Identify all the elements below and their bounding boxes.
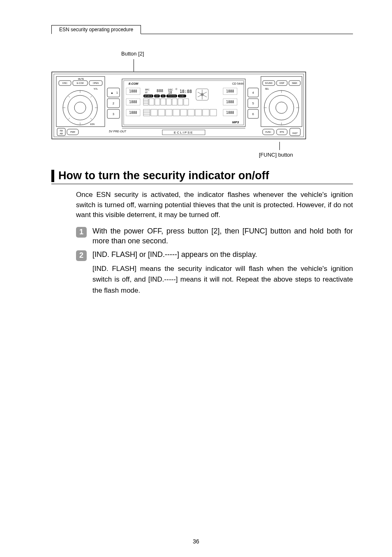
svg-line-14	[90, 118, 92, 120]
section-title: How to turn the security indicator on/of…	[58, 169, 269, 182]
label-eq: EQ	[162, 95, 164, 97]
step-2-text: [IND. FLASH] or [IND.-----] appears on t…	[92, 250, 353, 259]
svg-rect-57	[188, 109, 194, 116]
svg-rect-58	[195, 109, 202, 116]
step-1-text: With the power OFF, press button [2], th…	[92, 226, 353, 246]
callout-line-bottom	[279, 142, 280, 150]
spectrum-row3	[143, 109, 217, 116]
label-advance: ADVANCE	[144, 95, 152, 97]
label-rtn: RTN	[280, 131, 284, 133]
label-disp: DISP	[279, 82, 284, 84]
eject-icon: ▲	[111, 91, 113, 94]
header-tab: ESN security operating procedure	[51, 25, 141, 34]
label-am: AM	[60, 132, 63, 135]
label-preset-6: 6	[252, 113, 254, 116]
svg-rect-55	[173, 109, 180, 116]
svg-point-71	[264, 90, 299, 125]
spectrum-row2	[143, 99, 189, 105]
label-src: SRC	[145, 88, 150, 91]
step-number-badge: 2	[76, 250, 87, 261]
label-ecom-logo: E-COM	[129, 82, 138, 85]
seg-row3-right: 1888	[226, 111, 234, 115]
step-2: 2 [IND. FLASH] or [IND.-----] appears on…	[76, 250, 353, 296]
label-fm: FM	[60, 129, 62, 132]
svg-rect-45	[184, 99, 189, 105]
callout-func-button: [FUNC] button	[259, 152, 353, 158]
seg-row2-left: 1888	[129, 100, 137, 104]
svg-rect-43	[172, 99, 177, 105]
page-number: 36	[0, 538, 392, 545]
label-dsp: DSP	[155, 95, 159, 97]
label-preset-2: 2	[113, 102, 114, 105]
svg-rect-52	[151, 109, 157, 116]
seg-disc: 18	[168, 91, 172, 95]
step-number-badge: 1	[76, 227, 87, 238]
device-diagram: Button [2] MUTE DISC E-COM OPEN VOL	[51, 51, 353, 158]
svg-rect-42	[166, 99, 171, 105]
label-fast: FAST	[293, 132, 298, 134]
seg-row3-left: 1888	[129, 111, 137, 115]
step-2-detail: [IND. FLASH] means the security indicato…	[92, 263, 353, 296]
seg-row2-right: 1888	[226, 100, 234, 104]
label-mp3: MP3	[232, 120, 239, 124]
label-vol: VOL	[94, 88, 98, 90]
svg-rect-54	[166, 109, 172, 116]
label-preset-1: 1	[116, 91, 118, 94]
label-seek: SEEK	[292, 82, 297, 84]
svg-rect-56	[180, 109, 187, 116]
label-preset-4: 4	[252, 91, 254, 94]
label-pwr: PWR	[70, 131, 75, 133]
svg-point-6	[63, 90, 97, 125]
svg-rect-40	[155, 99, 160, 105]
preset-col-right: 4 5 6	[248, 88, 258, 118]
label-preset-5: 5	[252, 102, 254, 105]
svg-rect-41	[161, 99, 166, 105]
label-esec: E-SEC	[180, 95, 184, 97]
car-stereo-illustration: MUTE DISC E-COM OPEN VOL ESN FM AM	[51, 72, 306, 139]
seg-src: 888	[157, 89, 163, 93]
label-sound: SOUND	[265, 82, 272, 84]
svg-text:©: ©	[175, 88, 178, 90]
label-position: POSITION	[168, 95, 175, 97]
svg-point-8	[74, 102, 86, 113]
svg-line-13	[68, 96, 70, 97]
label-ecom: E-COM	[77, 82, 84, 84]
preset-col-left: ▲ 1 2 3	[107, 88, 120, 118]
label-st: ST	[145, 91, 148, 94]
callout-line-top	[134, 59, 134, 72]
section-heading: How to turn the security indicator on/of…	[51, 169, 353, 184]
step-1: 1 With the power OFF, press button [2], …	[76, 226, 353, 246]
label-preset-3: 3	[113, 113, 114, 116]
svg-point-73	[276, 102, 287, 113]
svg-rect-39	[149, 99, 154, 105]
section-intro: Once ESN security is activated, the indi…	[76, 190, 353, 220]
header-rule: ESN security operating procedure	[51, 25, 353, 34]
svg-line-15	[68, 118, 70, 120]
svg-rect-53	[158, 109, 165, 116]
label-preout: 5V PRE-OUT	[109, 130, 127, 133]
page: ESN security operating procedure Button …	[0, 0, 392, 557]
callout-button-2: Button [2]	[121, 51, 353, 57]
seg-row1-left: 1888	[129, 90, 137, 93]
seg-clock: 18:88	[180, 89, 192, 94]
svg-line-16	[90, 96, 92, 97]
label-func: FUNC	[265, 131, 271, 133]
label-esn: ESN	[90, 123, 95, 125]
svg-point-7	[68, 95, 92, 120]
label-disc: DISC	[62, 82, 67, 84]
svg-point-72	[269, 95, 294, 120]
label-mute: MUTE	[78, 78, 84, 80]
seg-row1-right: 1888	[226, 90, 234, 93]
label-open: OPEN	[93, 82, 99, 84]
svg-rect-60	[210, 109, 217, 116]
label-sel: SEL	[265, 88, 269, 90]
label-model: CD 5444	[232, 82, 244, 85]
svg-rect-44	[178, 99, 183, 105]
label-brand: ECLIPSE	[174, 131, 194, 134]
svg-rect-59	[203, 109, 209, 116]
section-bar-icon	[51, 170, 54, 182]
